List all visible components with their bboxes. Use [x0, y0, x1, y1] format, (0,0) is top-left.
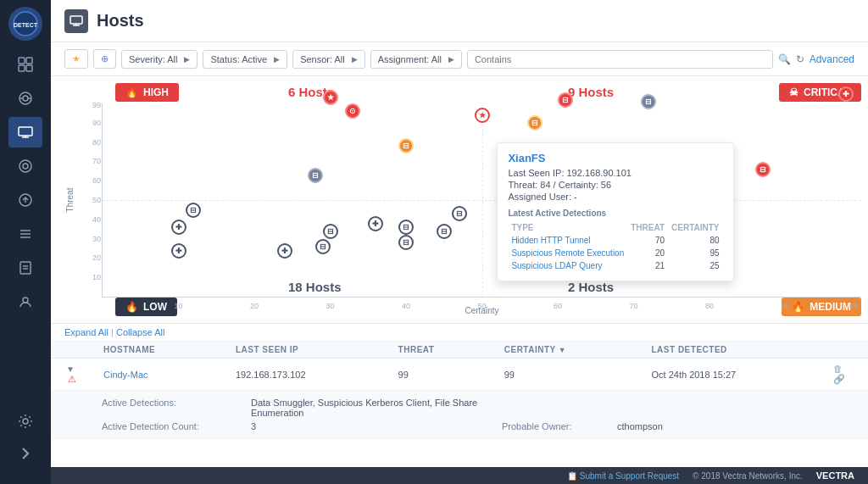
host-dot-4[interactable]: ⊟ — [398, 138, 414, 153]
sidebar-logo: DETECT — [8, 7, 42, 41]
sidebar-item-dashboard[interactable] — [8, 49, 42, 80]
detection-type: Suspicious Remote Execution — [508, 247, 627, 259]
row-last-detected: Oct 24th 2018 15:27 — [638, 359, 818, 391]
host-dot-18[interactable]: ⊟ — [437, 224, 452, 239]
filter-circle[interactable]: ⊕ — [93, 49, 116, 69]
y-tick-50: 50 — [92, 196, 101, 204]
tooltip-hostname: XianFS — [508, 152, 722, 164]
search-input[interactable] — [467, 50, 773, 69]
sensor-arrow-icon: ▶ — [352, 55, 358, 64]
sidebar-item-rules[interactable] — [8, 219, 42, 249]
y-tick-10: 10 — [92, 273, 101, 281]
host-dot-6[interactable]: ⊟ — [558, 92, 573, 108]
col-threat: THREAT — [385, 342, 491, 359]
host-dot-1[interactable]: ★ — [323, 90, 338, 105]
host-dot-9[interactable]: ✚ — [838, 86, 854, 102]
host-dot-15[interactable]: ⊟ — [315, 239, 331, 254]
row-tag-icon[interactable]: 🔗 — [833, 374, 845, 384]
svg-rect-3 — [26, 58, 32, 64]
host-dot-11[interactable]: ✚ — [171, 220, 186, 235]
expand-all-link[interactable]: Expand All — [64, 327, 108, 337]
sidebar: DETECT — [0, 0, 51, 484]
detail-label-count: Active Detection Count: — [102, 421, 237, 431]
plus-circle-icon: ⊕ — [101, 53, 108, 64]
host-dot-3[interactable]: ⊟ — [308, 168, 323, 183]
critical-hosts-count: 9 Hosts — [568, 85, 614, 99]
detection-threat: 21 — [627, 259, 668, 272]
quadrant-low: 🔥 LOW — [115, 298, 177, 316]
tooltip-col-type: TYPE — [508, 221, 627, 234]
tooltip-detection-row: Hidden HTTP Tunnel 70 80 — [508, 234, 722, 247]
severity-arrow-icon: ▶ — [184, 55, 190, 64]
detection-threat: 70 — [627, 234, 668, 247]
main-content: Hosts ★ ⊕ Severity: All ▶ Status: Active… — [51, 0, 868, 484]
host-dot-12[interactable]: ✚ — [171, 243, 186, 259]
row-hostname-link[interactable]: Cindy-Mac — [103, 370, 148, 380]
detail-value-detections: Data Smuggler, Suspicious Kerberos Clien… — [251, 398, 488, 418]
assignment-arrow-icon: ▶ — [448, 55, 454, 64]
host-dot-13[interactable]: ✚ — [277, 243, 292, 259]
tooltip-col-certainty: CERTAINTY — [668, 221, 722, 234]
svg-text:DETECT: DETECT — [14, 22, 38, 28]
filter-severity[interactable]: Severity: All ▶ — [121, 50, 198, 69]
detection-certainty: 80 — [668, 234, 722, 247]
host-dot-17[interactable]: ⊟ — [398, 220, 414, 235]
filter-starred[interactable]: ★ — [64, 49, 88, 69]
filter-status[interactable]: Status: Active ▶ — [203, 50, 287, 69]
sidebar-item-users[interactable] — [8, 287, 42, 317]
chart-area: 10 20 30 40 50 60 70 80 90 99 10 20 30 4… — [102, 103, 861, 298]
quadrant-high: 🔥 HIGH — [115, 83, 179, 102]
svg-point-24 — [23, 419, 28, 424]
host-dot-20[interactable]: ⊟ — [452, 206, 467, 221]
x-tick-70: 70 — [629, 302, 637, 310]
page-title: Hosts — [97, 11, 144, 31]
detail-grid: Active Detections: Data Smuggler, Suspic… — [102, 398, 854, 431]
row-actions-cell: 🗑 🔗 — [817, 359, 868, 391]
table-row[interactable]: ▼ ⚠ Cindy-Mac 192.168.173.102 99 99 Oct … — [51, 359, 868, 391]
tooltip-col-threat: THREAT — [627, 221, 668, 234]
row-status-icon: ⚠ — [68, 374, 76, 384]
bottom-panel: Expand All | Collapse All HOSTNAME LAST … — [51, 323, 868, 467]
host-dot-7[interactable]: ⊟ — [641, 94, 656, 109]
y-tick-80: 80 — [92, 138, 101, 147]
x-tick-40: 40 — [402, 302, 410, 310]
filter-sensor[interactable]: Sensor: All ▶ — [292, 50, 365, 69]
host-dot-19[interactable]: ⊟ — [398, 235, 414, 250]
host-tooltip: XianFS Last Seen IP: 192.168.90.101 Thre… — [497, 142, 733, 281]
host-dot-2[interactable]: ⊙ — [345, 103, 360, 119]
x-tick-90: 90 — [781, 302, 789, 310]
row-expand-icon[interactable]: ▼ — [66, 364, 75, 374]
advanced-link[interactable]: Advanced — [810, 53, 854, 65]
host-dot-xianfs[interactable]: ⊟ — [527, 115, 542, 131]
col-expand — [51, 342, 90, 359]
sidebar-item-reports[interactable] — [8, 253, 42, 283]
sidebar-item-hosts[interactable] — [8, 117, 42, 147]
sidebar-item-accounts[interactable] — [8, 151, 42, 181]
sidebar-item-network[interactable] — [8, 83, 42, 114]
filter-assignment[interactable]: Assignment: All ▶ — [370, 50, 462, 69]
support-link[interactable]: 📋 Submit a Support Request — [567, 471, 679, 481]
row-threat: 99 — [385, 359, 491, 391]
tooltip-detections-table: TYPE THREAT CERTAINTY Hidden HTTP Tunnel… — [508, 221, 722, 272]
svg-point-14 — [23, 164, 28, 169]
collapse-all-link[interactable]: Collapse All — [116, 327, 164, 337]
detection-certainty: 25 — [668, 259, 722, 272]
hosts-table: HOSTNAME LAST SEEN IP THREAT CERTAINTY ▼… — [51, 342, 868, 439]
sidebar-item-expand[interactable] — [8, 438, 42, 469]
host-dot-5[interactable]: ★ — [475, 108, 490, 123]
chart-midline-horizontal — [103, 200, 861, 201]
row-delete-icon[interactable]: 🗑 — [833, 364, 843, 374]
flame-icon-low: 🔥 — [125, 301, 138, 313]
host-dot-10[interactable]: ⊟ — [186, 203, 201, 218]
svg-point-23 — [23, 298, 28, 303]
col-last-seen-ip: LAST SEEN IP — [222, 342, 385, 359]
sidebar-item-detections[interactable] — [8, 185, 42, 215]
vectra-logo: VECTRA — [816, 470, 854, 481]
host-dot-14[interactable]: ⊟ — [323, 224, 338, 239]
y-tick-30: 30 — [92, 235, 101, 243]
refresh-icon[interactable]: ↻ — [796, 53, 804, 65]
host-dot-8[interactable]: ⊟ — [755, 162, 771, 177]
sidebar-item-settings[interactable] — [8, 406, 42, 437]
svg-rect-25 — [70, 16, 82, 24]
host-dot-16[interactable]: ✚ — [368, 216, 383, 231]
